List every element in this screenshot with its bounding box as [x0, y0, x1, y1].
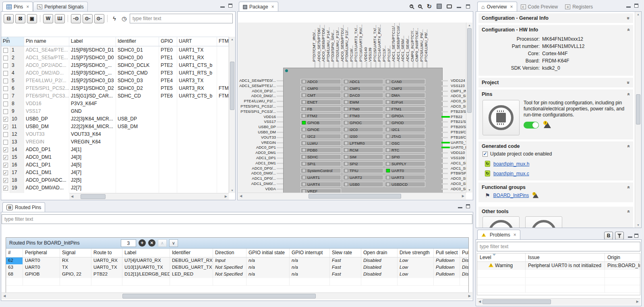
pins-horizontal-scrollbar[interactable]: ◀ ▶	[69, 193, 229, 200]
package-right-pin-label[interactable]: PTB9/SPI1_PCS1...	[451, 171, 466, 175]
close-icon[interactable]: ×	[271, 4, 274, 10]
tab-routed-pins[interactable]: ⊟ Routed Pins	[2, 202, 45, 212]
pin-checkbox[interactable]	[3, 140, 8, 145]
peripheral-block-cmt[interactable]: CMT	[300, 93, 341, 98]
rotate-package-icon[interactable]: ↻	[427, 4, 432, 9]
column-header-gpio[interactable]: GPIO	[159, 37, 177, 46]
pin-checkbox-cell[interactable]: ✓	[1, 115, 10, 123]
column-header-drive-strength[interactable]: Drive strength	[398, 249, 434, 257]
package-left-pin-label[interactable]: ADC1_DP1	[238, 156, 276, 160]
remove-pin-button[interactable]: ×	[148, 239, 155, 247]
column-header-pin[interactable]: Pin	[1, 37, 24, 46]
section-pins-tool[interactable]: Pins» Tool for pin routing configuration…	[478, 89, 633, 139]
routed-horizontal-scrollbar[interactable]: ◀ ▶	[2, 292, 472, 299]
package-top-pin-label[interactable]: ADC1_SE6b/PTC10/...	[396, 23, 401, 62]
package-top-pin-label[interactable]: ADC0_SE6b/PTD5/...	[321, 23, 326, 62]
package-top-pin-label[interactable]: PTC15/UART4_TX/...	[373, 23, 377, 62]
peripheral-block-spi0[interactable]: SPI0	[385, 154, 425, 160]
package-top-pin-label[interactable]: PTD3/SPI0_SIN/...	[330, 23, 335, 62]
package-left-pin-label[interactable]: ADC0_DP1	[238, 145, 276, 149]
peripheral-block-ewm[interactable]: EWM	[343, 100, 383, 105]
package-right-pin-label[interactable]: ADC0_SE12/PTB...	[451, 181, 466, 186]
column-header-route-to[interactable]: Route to	[91, 249, 122, 257]
pins-tool-toggle[interactable]	[524, 122, 539, 129]
chevron-down-icon[interactable]: »	[626, 17, 632, 20]
pin-checkbox-cell[interactable]	[1, 69, 10, 77]
column-header-level[interactable]: Level	[477, 253, 526, 262]
peripheral-block-gpiob[interactable]: GPIOB	[300, 120, 341, 125]
chevron-up-icon[interactable]: »	[626, 145, 632, 148]
peripheral-block-tpiu[interactable]: TPIU	[343, 168, 383, 173]
column-header-slew-rate[interactable]: Slew rate	[330, 249, 361, 257]
package-top-pin-label[interactable]: PTC16/UART3_RX/...	[358, 23, 363, 62]
peripheral-block-fb[interactable]: FB	[300, 106, 341, 112]
package-left-pin-label[interactable]: USB0_DP	[238, 124, 276, 129]
package-top-pin-label[interactable]: PTD4/LLWU_P14/...	[326, 23, 331, 62]
peripheral-block-sdhc[interactable]: SDHC	[300, 154, 341, 160]
section-general-info[interactable]: Configuration - General Info»	[478, 13, 633, 23]
peripheral-block-lptmr0[interactable]: LPTMR0	[343, 141, 383, 146]
pin-row[interactable]: ✓18ADC0_DP0/ADC...J2[5]	[1, 176, 229, 184]
package-top-pin-label[interactable]: PTD2/LLWU_P13/...	[335, 23, 340, 62]
pin-checkbox-cell[interactable]	[1, 138, 10, 146]
package-right-pin-label[interactable]: UART0_TX	[451, 140, 466, 145]
routed-pin-row[interactable]: 63UART0TXUART0_TXU10[1]/UART0_TXDEBUG_UA…	[6, 264, 468, 271]
update-project-code-checkbox[interactable]: ✓	[482, 151, 488, 157]
pin-row[interactable]: 9VSS17GND	[1, 108, 229, 115]
pins-filter-input[interactable]	[130, 14, 233, 23]
peripheral-block-systemcontrol[interactable]: SystemControl	[300, 168, 341, 173]
package-left-pin-label[interactable]: ADC1_DM1	[238, 161, 276, 165]
pin-checkbox-cell[interactable]: ✓	[1, 146, 10, 154]
column-header-direction[interactable]: Direction	[213, 249, 246, 257]
section-project[interactable]: Project»	[478, 78, 633, 87]
package-left-pin-label[interactable]: VDDA	[238, 187, 276, 191]
package-left-pin-label[interactable]: ADC1_DP0/...	[238, 176, 276, 180]
package-right-pin-label[interactable]: ADC0_SE15/PTC...	[451, 99, 466, 103]
package-settings-icon[interactable]	[437, 4, 442, 9]
pin-row[interactable]: ✓16ADC1_DP1J4[5]	[1, 161, 229, 169]
tab-peripheral-signals[interactable]: ∿ Peripheral Signals	[33, 2, 87, 12]
column-header-pin-name[interactable]: Pin name	[24, 37, 69, 46]
package-left-pin-label[interactable]: PTE4/LLWU_P2/...	[238, 99, 276, 103]
minimize-icon[interactable]	[457, 4, 461, 8]
tab-package[interactable]: Package ×	[239, 2, 278, 12]
package-top-pin-label[interactable]: CMP0_IN1/PTC7/...	[410, 23, 415, 62]
package-left-pin-label[interactable]: ADC0_DP0/...	[238, 166, 276, 170]
package-top-pin-label[interactable]: ADC0_SE5b/PTD1/...	[340, 23, 345, 62]
close-icon[interactable]: ×	[510, 4, 513, 10]
package-right-pin-label[interactable]: VDD110	[451, 150, 466, 155]
pin-checkbox[interactable]: ✓	[3, 147, 8, 152]
package-left-pin-label[interactable]: ADC0_DP2/...	[238, 89, 276, 93]
pin-checkbox[interactable]: ✓	[3, 163, 8, 168]
package-left-pin-label[interactable]: VDD16	[238, 114, 276, 119]
package-left-pin-label[interactable]: ADC0_DM1	[238, 150, 276, 155]
pin-checkbox[interactable]: ✓	[3, 186, 8, 191]
peripheral-block-usb0[interactable]: USB0	[343, 182, 383, 187]
pin-checkbox-cell[interactable]	[1, 131, 10, 138]
problem-row[interactable]: WarningPeripheral UART0 is not initializ…	[477, 262, 640, 270]
peripheral-block-ftm1[interactable]: FTM1	[385, 106, 425, 112]
column-header-ftm[interactable]: FTM	[217, 37, 229, 46]
pin-row[interactable]: ✓19ADC0_DM0/AD...J2[7]	[1, 184, 229, 192]
maximize-icon[interactable]	[466, 4, 470, 8]
chevron-up-icon[interactable]: »	[626, 210, 632, 213]
overview-vertical-scrollbar[interactable]: ▲ ▼	[635, 12, 641, 228]
maximize-icon[interactable]	[466, 204, 470, 208]
pin-checkbox-cell[interactable]	[1, 92, 10, 100]
pin-checkbox[interactable]	[3, 79, 8, 83]
pin-checkbox[interactable]	[3, 102, 8, 106]
package-left-pin-label[interactable]: ADC0_DM2/...	[238, 93, 276, 98]
problems-b-button[interactable]: B	[604, 232, 613, 240]
column-header-signal[interactable]: Signal	[60, 249, 91, 257]
column-header-pull-select[interactable]: Pull select	[434, 249, 460, 257]
column-header-peripheral[interactable]: Peripheral	[23, 249, 60, 257]
run-time-config-icon[interactable]: ◷	[120, 15, 128, 23]
pin-row[interactable]: 1ADC1_SE4a/PTE...J15[P8]/SDHC0_D1SDHC0_D…	[1, 46, 229, 54]
package-top-pin-label[interactable]: VDD140	[363, 23, 368, 62]
pin-mux-c-link[interactable]: board\pin_mux.c	[493, 171, 529, 176]
pin-checkbox-cell[interactable]	[1, 85, 10, 92]
pin-checkbox[interactable]: ✓	[3, 178, 8, 183]
package-left-pin-label[interactable]: ADC1_SE4a/PTE0/...	[238, 78, 276, 83]
peripheral-block-enet[interactable]: ENET	[300, 100, 341, 105]
maximize-icon[interactable]	[634, 234, 638, 238]
